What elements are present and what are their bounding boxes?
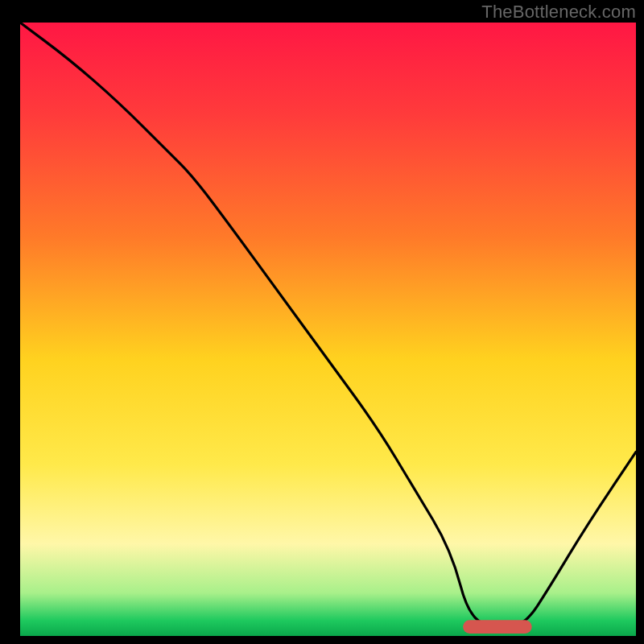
gradient-background: [20, 23, 636, 636]
bottleneck-chart: [0, 0, 644, 644]
watermark-text: TheBottleneck.com: [481, 2, 636, 23]
chart-container: TheBottleneck.com: [0, 0, 644, 644]
